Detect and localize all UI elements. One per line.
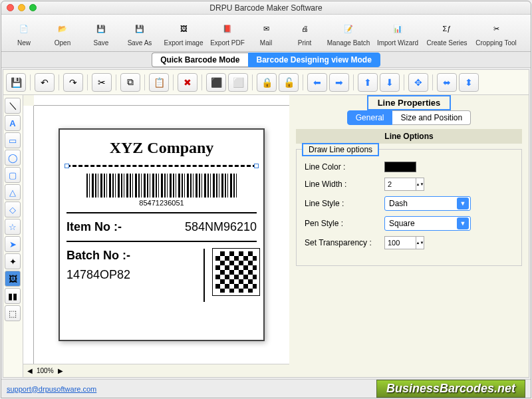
star-tool[interactable]: ☆ (5, 219, 21, 235)
mode-bar: Quick Barcode Mode Barcode Designing vie… (1, 52, 531, 68)
toolbar-label: Export PDF (210, 39, 245, 47)
toolbar-label: Save As (128, 39, 152, 47)
label-card[interactable]: XYZ Company 85471236051 Item No :- 584NM… (59, 128, 265, 341)
rounded-rect-tool[interactable]: ▢ (5, 167, 21, 183)
save-button[interactable]: 💾 (6, 73, 26, 92)
send-back-button[interactable]: ⬜ (228, 73, 248, 92)
text-tool[interactable]: A (5, 115, 21, 131)
toolbar-open-button[interactable]: 📂Open (44, 19, 81, 47)
toolbar-import-button[interactable]: 📊Import Wizard (374, 19, 422, 47)
watermark-tool[interactable]: ⬚ (5, 305, 21, 321)
burst-tool[interactable]: ✦ (5, 253, 21, 269)
new-icon: 📄 (15, 19, 33, 38)
undo-button[interactable]: ↶ (35, 73, 55, 92)
zoom-value: 100% (37, 367, 54, 374)
resize-handle-left[interactable] (65, 164, 69, 168)
delete-button[interactable]: ✖ (178, 73, 198, 92)
triangle-tool[interactable]: △ (5, 184, 21, 200)
toolbar-label: Print (298, 39, 312, 47)
barcode-1d[interactable] (86, 174, 237, 198)
toolbar-save-button[interactable]: 💾Save (82, 19, 120, 47)
align-bottom-button[interactable]: ⬇ (380, 73, 400, 92)
draw-line-fieldset: Draw Line options Line Color : Line Widt… (296, 149, 522, 266)
properties-panel: Line Properties General Size and Positio… (289, 95, 529, 377)
line-color-label: Line Color : (305, 162, 384, 172)
tab-quick-mode[interactable]: Quick Barcode Mode (152, 53, 247, 67)
minimize-icon[interactable] (18, 4, 25, 11)
diamond-tool[interactable]: ◇ (5, 201, 21, 217)
transparency-spinner[interactable]: ▲▼ (416, 236, 424, 249)
lock-button[interactable]: 🔒 (257, 73, 277, 92)
toolbar-saveas-button[interactable]: 💾Save As (121, 19, 158, 47)
line-tool[interactable]: ＼ (5, 98, 21, 114)
zoom-slider-end[interactable]: ▶ (58, 367, 63, 374)
company-text[interactable]: XYZ Company (66, 136, 257, 162)
mail-icon: ✉ (257, 19, 275, 38)
brand-badge: BusinessBarcodes.net (376, 380, 525, 398)
line-width-spinner[interactable]: ▲▼ (416, 178, 424, 191)
barcode-tool[interactable]: ▮▮ (5, 288, 21, 304)
dashed-line[interactable] (66, 165, 257, 167)
pen-style-select[interactable]: Square ▼ (384, 216, 471, 231)
panel-title: Line Properties (367, 95, 452, 110)
save-icon: 💾 (92, 19, 110, 38)
image-tool[interactable]: 🖼 (5, 271, 21, 287)
align-center-button[interactable]: ✥ (408, 73, 428, 92)
qr-code[interactable] (203, 249, 257, 302)
dist-h-button[interactable]: ⬌ (437, 73, 457, 92)
toolbar-label: New (17, 39, 31, 47)
main-toolbar: 📄New📂Open💾Save💾Save As🖼Export image📕Expo… (1, 15, 531, 52)
batch-value: 14784OP82 (66, 268, 203, 282)
toolbar-label: Open (55, 39, 70, 47)
resize-handle-right[interactable] (254, 164, 259, 168)
align-top-button[interactable]: ⬆ (358, 73, 378, 92)
paste-button[interactable]: 📋 (149, 73, 169, 92)
item-label: Item No :- (66, 220, 122, 234)
design-canvas[interactable]: XYZ Company 85471236051 Item No :- 584NM… (34, 106, 289, 364)
ruler-horizontal (34, 95, 289, 106)
chevron-down-icon: ▼ (457, 217, 469, 229)
toolbar-export-img-button[interactable]: 🖼Export image (160, 19, 207, 47)
unlock-button[interactable]: 🔓 (279, 73, 299, 92)
chevron-down-icon: ▼ (457, 198, 469, 209)
arrow-tool[interactable]: ➤ (5, 236, 21, 252)
print-icon: 🖨 (295, 19, 314, 38)
transparency-input[interactable] (384, 236, 416, 249)
toolbar-label: Mail (260, 39, 272, 47)
batch-label: Batch No :- (66, 249, 203, 263)
line-color-swatch[interactable] (384, 162, 416, 172)
align-right-button[interactable]: ➡ (329, 73, 349, 92)
item-value: 584NM96210 (185, 220, 257, 234)
cut-button[interactable]: ✂ (92, 73, 112, 92)
redo-button[interactable]: ↷ (63, 73, 83, 92)
toolbar-batch-button[interactable]: 📝Manage Batch (325, 19, 372, 47)
bring-front-button[interactable]: ⬛ (206, 73, 226, 92)
barcode-value: 85471236051 (66, 199, 257, 207)
ellipse-tool[interactable]: ◯ (5, 150, 21, 166)
dist-v-button[interactable]: ⬍ (459, 73, 479, 92)
maximize-icon[interactable] (29, 4, 37, 11)
toolbar-new-button[interactable]: 📄New (5, 19, 43, 47)
toolbar-label: Cropping Tool (475, 39, 517, 47)
toolbar-crop-button[interactable]: ✂Cropping Tool (472, 19, 520, 47)
close-icon[interactable] (7, 4, 14, 11)
toolbar-series-button[interactable]: ΣƒCreate Series (423, 19, 471, 47)
line-width-label: Line Width : (305, 180, 384, 189)
support-email-link[interactable]: support@drpusoftware.com (7, 385, 96, 393)
line-style-select[interactable]: Dash ▼ (384, 196, 471, 211)
toolbar-label: Manage Batch (327, 39, 370, 47)
rect-tool[interactable]: ▭ (5, 132, 21, 148)
crop-icon: ✂ (487, 19, 505, 38)
toolbar-export-pdf-button[interactable]: 📕Export PDF (209, 19, 246, 47)
zoom-slider[interactable]: ◀ (27, 367, 33, 374)
tab-general[interactable]: General (347, 110, 393, 125)
ruler-vertical (23, 106, 34, 364)
import-icon: 📊 (388, 19, 407, 38)
tab-design-mode[interactable]: Barcode Designing view Mode (248, 53, 380, 67)
copy-button[interactable]: ⧉ (120, 73, 140, 92)
line-width-input[interactable] (384, 178, 416, 191)
toolbar-print-button[interactable]: 🖨Print (286, 19, 323, 47)
tab-size-position[interactable]: Size and Position (392, 110, 471, 125)
align-left-button[interactable]: ⬅ (307, 73, 327, 92)
toolbar-mail-button[interactable]: ✉Mail (247, 19, 285, 47)
